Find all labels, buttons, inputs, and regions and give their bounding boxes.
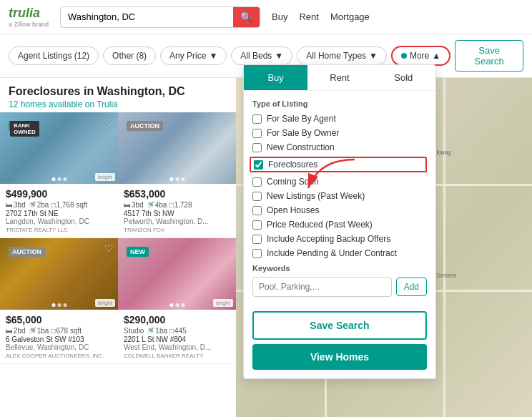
save-search-header-button[interactable]: Save Search: [455, 40, 523, 72]
search-button[interactable]: 🔍: [233, 7, 260, 27]
trulia-link[interactable]: Trulia: [97, 99, 118, 109]
photo-dot: [181, 303, 184, 307]
checkbox-for-sale-by-owner[interactable]: For Sale By Owner: [252, 128, 427, 138]
listing-image: AUCTION ♡ bright: [0, 238, 118, 310]
bright-badge: bright: [95, 299, 115, 307]
nav-mortgage[interactable]: Mortgage: [330, 11, 370, 22]
checkbox-input[interactable]: [252, 129, 262, 138]
keywords-label: Keywords: [252, 264, 427, 273]
photo-dots: [51, 177, 66, 181]
search-bar: 🔍: [60, 6, 260, 28]
photo-dot: [57, 303, 61, 307]
listings-subtitle: 12 homes available on Trulia: [9, 99, 227, 109]
map-road: [443, 78, 445, 417]
nav-rent[interactable]: Rent: [299, 11, 318, 22]
photo-dot: [57, 177, 61, 181]
view-homes-button[interactable]: View Homes: [252, 344, 427, 370]
listing-card: AUCTION ♡ $653,000 🛏 3bd 🚿 4ba □ 1,728: [118, 112, 236, 238]
listing-image: AUCTION ♡: [118, 112, 236, 184]
dropdown-footer: Save Search View Homes: [244, 305, 435, 378]
filter-home-types[interactable]: All Home Types ▼: [297, 46, 387, 65]
bright-badge: bright: [95, 173, 115, 181]
badge-auction: AUCTION: [9, 247, 45, 257]
listing-details: 🛏 3bd 🚿 2ba □ 1,768 sqft: [6, 201, 112, 209]
filter-agent-listings[interactable]: Agent Listings (12): [9, 46, 99, 65]
heart-icon[interactable]: ♡: [104, 117, 114, 128]
listing-address: 2702 17th St NE: [6, 210, 112, 217]
checkbox-backup-offers[interactable]: Include Accepting Backup Offers: [252, 234, 427, 244]
tab-buy[interactable]: Buy: [244, 65, 307, 90]
logo: trulia a Zillow brand: [9, 6, 49, 28]
badge-bank: BANK OWNED: [10, 121, 39, 137]
listing-address: 6 Galveston St SW #103: [6, 335, 112, 343]
checkbox-open-houses[interactable]: Open Houses: [252, 205, 427, 215]
save-search-dropdown-button[interactable]: Save Search: [252, 311, 427, 340]
listing-image: NEW BANK OWNED ♡ bright: [0, 112, 118, 184]
listing-price: $65,000: [6, 314, 112, 325]
listing-city: Bellevue, Washington, DC: [6, 343, 112, 351]
tab-rent[interactable]: Rent: [307, 65, 371, 90]
heart-icon[interactable]: ♡: [222, 117, 232, 128]
checkbox-new-listings[interactable]: New Listings (Past Week): [252, 191, 427, 201]
search-input[interactable]: [61, 7, 233, 26]
photo-dot: [181, 177, 184, 181]
listing-details: Studio 🚿 1ba □ 445: [124, 327, 230, 335]
listing-price: $290,000: [124, 314, 230, 325]
listing-price: $653,000: [124, 188, 230, 200]
nav-links: Buy Rent Mortgage: [272, 11, 370, 22]
photo-dots: [169, 177, 184, 181]
dropdown-body: Type of Listing For Sale By Agent For Sa…: [244, 91, 435, 305]
checkbox-new-construction[interactable]: New Construction: [252, 142, 427, 152]
more-dot: [401, 53, 407, 59]
checkbox-input[interactable]: [254, 160, 263, 170]
nav-buy[interactable]: Buy: [272, 11, 287, 22]
add-keyword-button[interactable]: Add: [396, 278, 427, 296]
listing-agent: COLDWELL BANKER REALTY: [124, 353, 230, 359]
checkbox-input[interactable]: [252, 192, 262, 201]
photo-dot: [51, 303, 55, 307]
checkbox-pending[interactable]: Include Pending & Under Contract: [252, 248, 427, 258]
listings-grid: NEW BANK OWNED ♡ bright $499,900 🛏 3bd: [0, 112, 236, 364]
checkbox-input[interactable]: [252, 114, 262, 124]
listings-title: Foreclosures in Washington, DC: [9, 85, 227, 98]
checkbox-input[interactable]: [252, 235, 262, 244]
listing-address: 4517 7th St NW: [124, 210, 230, 217]
heart-icon[interactable]: ♡: [222, 242, 232, 254]
listing-address: 2201 L St NW #804: [124, 335, 230, 343]
keywords-input-row: Add: [252, 277, 427, 297]
checkbox-input[interactable]: [252, 220, 262, 230]
checkbox-foreclosures[interactable]: Foreclosures: [250, 157, 427, 172]
listing-info: $290,000 Studio 🚿 1ba □ 445 2201 L St NW…: [118, 310, 236, 363]
listing-city: West End, Washington, D...: [124, 343, 230, 351]
checkbox-input[interactable]: [252, 143, 262, 152]
filter-other[interactable]: Other (8): [103, 46, 156, 65]
checkbox-input[interactable]: [252, 206, 262, 215]
checkbox-for-sale-by-agent[interactable]: For Sale By Agent: [252, 114, 427, 124]
photo-dots: [51, 303, 66, 307]
filter-more[interactable]: More ▲: [391, 46, 450, 66]
bright-badge: bright: [213, 299, 233, 307]
listing-agent: TRANZON FOX: [124, 227, 230, 233]
checkbox-input[interactable]: [252, 177, 262, 187]
photo-dot: [63, 303, 66, 307]
badge-auction: AUCTION: [127, 121, 163, 131]
photo-dot: [175, 177, 179, 181]
checkbox-input[interactable]: [252, 249, 262, 258]
keywords-input[interactable]: [252, 277, 392, 297]
listing-card: NEW BANK OWNED ♡ bright $499,900 🛏 3bd: [0, 112, 118, 238]
checkbox-coming-soon[interactable]: Coming Soon: [252, 177, 427, 187]
tab-sold[interactable]: Sold: [372, 65, 435, 90]
listing-image: NEW ♡ bright: [118, 238, 236, 310]
checkbox-price-reduced[interactable]: Price Reduced (Past Week): [252, 220, 427, 230]
photo-dots: [169, 303, 184, 307]
dropdown-tabs: Buy Rent Sold: [244, 65, 435, 91]
listings-header: Foreclosures in Washington, DC 12 homes …: [0, 78, 236, 112]
listing-agent: TRISTATE REALTY LLC: [6, 227, 112, 233]
listing-agent: ALEX COOPER AUCTIONEERS, INC.: [6, 353, 112, 359]
heart-icon[interactable]: ♡: [104, 242, 114, 254]
filter-price[interactable]: Any Price ▼: [160, 46, 227, 65]
listing-details: 🛏 2bd 🚿 1ba □ 678 sqft: [6, 327, 112, 335]
filter-beds[interactable]: All Beds ▼: [231, 46, 292, 65]
listing-price: $499,900: [6, 188, 112, 200]
photo-dot: [51, 177, 55, 181]
